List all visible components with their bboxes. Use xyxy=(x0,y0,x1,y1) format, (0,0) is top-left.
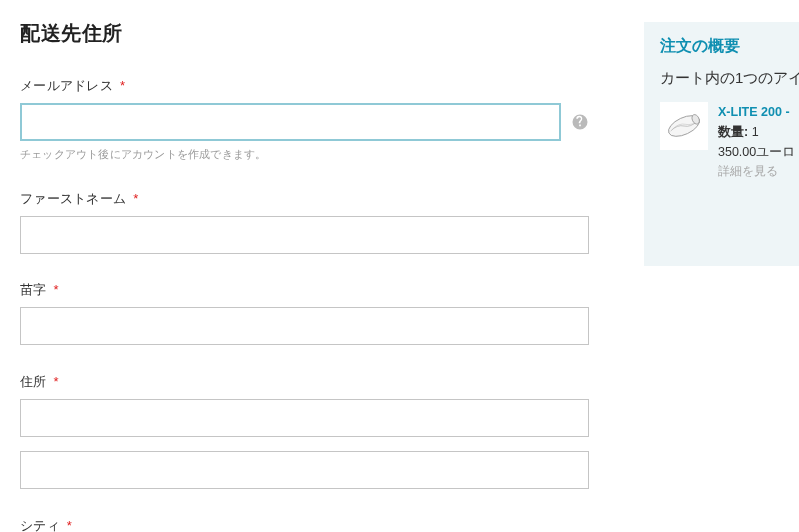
last-name-label: 苗字 * xyxy=(20,281,589,299)
address-label-text: 住所 xyxy=(20,374,47,389)
cart-item-info: X-LITE 200 - 数量: 1 350.00ユーロ 詳細を見る xyxy=(718,102,795,181)
email-helper-text: チェックアウト後にアカウントを作成できます。 xyxy=(20,147,589,162)
city-field-group: シティ * xyxy=(20,517,589,532)
last-name-label-text: 苗字 xyxy=(20,282,47,297)
city-label: シティ * xyxy=(20,517,589,532)
product-thumbnail[interactable] xyxy=(660,102,708,150)
required-asterisk: * xyxy=(133,191,138,206)
first-name-input[interactable] xyxy=(20,216,589,254)
required-asterisk: * xyxy=(67,518,72,532)
shipping-address-form: 配送先住所 メールアドレス * チェックアウト後にアカウントを作成できます。 フ… xyxy=(0,0,609,532)
first-name-label-text: ファーストネーム xyxy=(20,191,126,206)
cart-item: X-LITE 200 - 数量: 1 350.00ユーロ 詳細を見る xyxy=(660,102,799,181)
qty-label: 数量: xyxy=(718,125,748,139)
required-asterisk: * xyxy=(120,78,125,93)
order-summary-title: 注文の概要 xyxy=(660,36,799,57)
first-name-field-group: ファーストネーム * xyxy=(20,190,589,254)
address-line2-input[interactable] xyxy=(20,451,589,489)
email-label-text: メールアドレス xyxy=(20,78,113,93)
city-label-text: シティ xyxy=(20,518,60,532)
last-name-input[interactable] xyxy=(20,307,589,345)
address-label: 住所 * xyxy=(20,373,589,391)
cart-item-name[interactable]: X-LITE 200 - xyxy=(718,102,795,122)
help-icon[interactable] xyxy=(571,113,589,131)
address-field-group: 住所 * xyxy=(20,373,589,489)
address-line1-input[interactable] xyxy=(20,399,589,437)
cart-item-price: 350.00ユーロ xyxy=(718,142,795,162)
last-name-field-group: 苗字 * xyxy=(20,281,589,345)
page-title: 配送先住所 xyxy=(20,20,589,47)
qty-value: 1 xyxy=(752,125,759,139)
email-label: メールアドレス * xyxy=(20,77,589,95)
email-input-row xyxy=(20,103,589,141)
required-asterisk: * xyxy=(54,374,59,389)
first-name-label: ファーストネーム * xyxy=(20,190,589,208)
email-input[interactable] xyxy=(20,103,561,141)
cart-caption: カート内の1つのアイテ xyxy=(660,69,799,88)
email-field-group: メールアドレス * チェックアウト後にアカウントを作成できます。 xyxy=(20,77,589,162)
view-details-link[interactable]: 詳細を見る xyxy=(718,162,795,181)
required-asterisk: * xyxy=(54,282,59,297)
order-summary-panel: 注文の概要 カート内の1つのアイテ X-LITE 200 - 数量: 1 350… xyxy=(644,22,799,266)
cart-item-qty: 数量: 1 xyxy=(718,122,795,142)
